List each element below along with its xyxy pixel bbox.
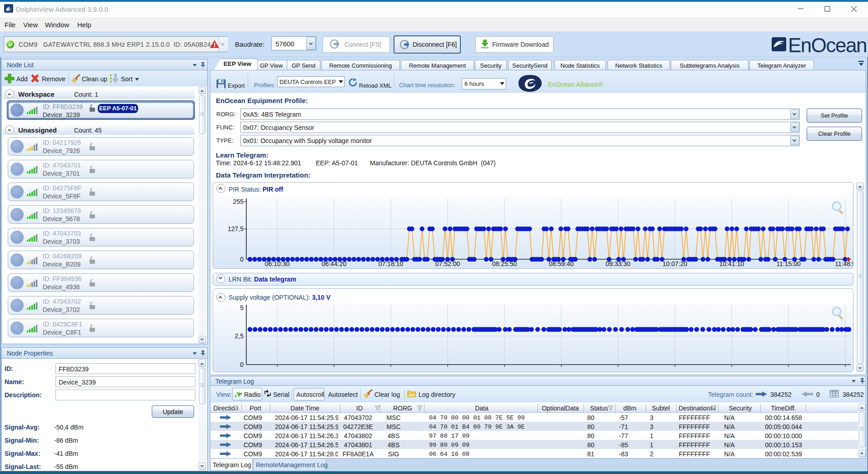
svg-text:0: 0 [240, 256, 244, 263]
svg-text:11:15:00: 11:15:00 [776, 260, 801, 267]
svg-text:127,5: 127,5 [228, 225, 244, 232]
svg-text:255: 255 [233, 198, 244, 205]
svg-text:0: 0 [240, 361, 244, 368]
svg-text:5: 5 [240, 304, 244, 311]
svg-text:2,5: 2,5 [235, 332, 244, 340]
svg-text:DV: DV [6, 9, 10, 12]
